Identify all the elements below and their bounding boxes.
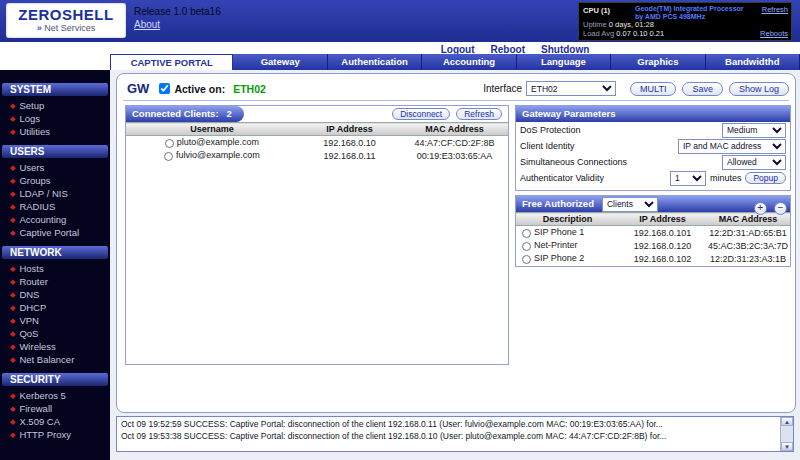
sidebar-item-hosts[interactable]: ◆Hosts xyxy=(0,262,110,275)
sidebar-item-label: Firewall xyxy=(19,403,52,414)
col-ip-address: IP Address xyxy=(619,213,706,226)
remove-entry-button[interactable]: − xyxy=(774,202,787,215)
main-content: GW Active on: ETH02 Interface ETH02 MULT… xyxy=(110,70,800,460)
sidebar-item-label: Logs xyxy=(19,113,40,124)
sidebar-item-logs[interactable]: ◆Logs xyxy=(0,112,110,125)
free-authorized-buttons: + − xyxy=(751,197,787,215)
authenticator-validity-select[interactable]: 1 xyxy=(670,171,706,186)
gateway-toolbar: GW Active on: ETH02 Interface ETH02 MULT… xyxy=(123,77,789,101)
simultaneous-connections-row: Simultaneous Connections Allowed xyxy=(516,154,790,170)
sidebar-item-kerberos-5[interactable]: ◆Kerberos 5 xyxy=(0,389,110,402)
sidebar-item-radius[interactable]: ◆RADIUS xyxy=(0,200,110,213)
sidebar-section-security: SECURITY xyxy=(2,373,108,386)
connected-client-row[interactable]: fulvio@example.com 192.168.0.11 00:19:E3… xyxy=(126,149,508,162)
tab-captive-portal[interactable]: CAPTIVE PORTAL xyxy=(110,54,233,70)
sidebar-item-firewall[interactable]: ◆Firewall xyxy=(0,402,110,415)
sidebar-item-label: Router xyxy=(19,276,48,287)
sidebar-item-groups[interactable]: ◆Groups xyxy=(0,174,110,187)
tab-authentication[interactable]: Authentication xyxy=(328,54,422,70)
diamond-bullet-icon: ◆ xyxy=(10,291,15,299)
sidebar-item-dhcp[interactable]: ◆DHCP xyxy=(0,301,110,314)
client-identity-select[interactable]: IP and MAC address xyxy=(678,139,786,154)
sidebar-item-qos[interactable]: ◆QoS xyxy=(0,327,110,340)
free-authorized-title-bar: Free Authorized Clients xyxy=(516,196,790,212)
free-authorized-type-select[interactable]: Clients xyxy=(602,197,658,212)
entry-mac: 12:2D:31:AD:65:B1 xyxy=(706,226,790,240)
add-entry-button[interactable]: + xyxy=(754,202,767,215)
sidebar-item-users[interactable]: ◆Users xyxy=(0,161,110,174)
sidebar-item-setup[interactable]: ◆Setup xyxy=(0,99,110,112)
sidebar-item-accounting[interactable]: ◆Accounting xyxy=(0,213,110,226)
sidebar-item-label: VPN xyxy=(19,315,39,326)
client-mac: 00:19:E3:03:65:AA xyxy=(401,149,508,162)
diamond-bullet-icon: ◆ xyxy=(10,128,15,136)
free-authorized-row[interactable]: SIP Phone 2 192.168.0.102 12:2D:31:23:A3… xyxy=(516,252,790,265)
tab-gateway[interactable]: Gateway xyxy=(233,54,327,70)
uptime-row: Uptime 0 days, 01:28 xyxy=(583,20,654,29)
free-authorized-table: Description IP Address MAC Address SIP P… xyxy=(516,212,790,265)
log-output-box: Oct 09 19:52:59 SUCCESS: Captive Portal:… xyxy=(116,416,794,452)
sidebar-item-wireless[interactable]: ◆Wireless xyxy=(0,340,110,353)
client-identity-row: Client Identity IP and MAC address xyxy=(516,138,790,154)
client-select-radio[interactable] xyxy=(164,152,173,161)
logo-title: ZEROSHELL xyxy=(6,6,126,23)
active-interface-name: ETH02 xyxy=(233,83,266,95)
simultaneous-connections-label: Simultaneous Connections xyxy=(520,157,722,167)
client-select-radio[interactable] xyxy=(165,139,174,148)
sidebar-nav: SYSTEM ◆Setup ◆Logs ◆Utilities USERS ◆Us… xyxy=(0,70,110,460)
tab-accounting[interactable]: Accounting xyxy=(422,54,516,70)
sidebar-item-utilities[interactable]: ◆Utilities xyxy=(0,125,110,138)
entry-description: SIP Phone 2 xyxy=(534,253,584,263)
sidebar-item-vpn[interactable]: ◆VPN xyxy=(0,314,110,327)
dos-protection-select[interactable]: Medium xyxy=(722,123,786,138)
entry-mac: 12:2D:31:23:A3:1B xyxy=(706,252,790,265)
dos-protection-row: DoS Protection Medium xyxy=(516,122,790,138)
top-header-bar: ZEROSHELL » Net Services Release 1.0 bet… xyxy=(0,0,800,42)
refresh-button[interactable]: Refresh xyxy=(456,108,502,120)
dos-protection-label: DoS Protection xyxy=(520,125,722,135)
scroll-up-icon[interactable]: ▲ xyxy=(781,417,793,426)
sidebar-item-ldap-nis[interactable]: ◆LDAP / NIS xyxy=(0,187,110,200)
disconnect-button[interactable]: Disconnect xyxy=(392,108,450,120)
authenticator-validity-label: Authenticator Validity xyxy=(520,173,670,183)
save-button[interactable]: Save xyxy=(682,82,723,96)
sidebar-item-label: RADIUS xyxy=(19,201,55,212)
sidebar-item-dns[interactable]: ◆DNS xyxy=(0,288,110,301)
reboots-link[interactable]: Reboots xyxy=(760,29,788,38)
entry-select-radio[interactable] xyxy=(522,255,531,264)
tab-graphics[interactable]: Graphics xyxy=(611,54,705,70)
entry-select-radio[interactable] xyxy=(522,229,531,238)
status-refresh-link[interactable]: Refresh xyxy=(762,5,788,14)
connected-client-row[interactable]: pluto@example.com 192.168.0.10 44:A7:CF:… xyxy=(126,136,508,150)
show-log-button[interactable]: Show Log xyxy=(729,82,789,96)
scroll-down-icon[interactable]: ▼ xyxy=(781,442,793,451)
active-on-checkbox[interactable] xyxy=(159,83,170,94)
simultaneous-connections-select[interactable]: Allowed xyxy=(722,155,786,170)
popup-button[interactable]: Popup xyxy=(745,172,786,184)
sidebar-item-http-proxy[interactable]: ◆HTTP Proxy xyxy=(0,428,110,441)
logo-subtitle: » Net Services xyxy=(6,23,126,33)
sidebar-item-captive-portal[interactable]: ◆Captive Portal xyxy=(0,226,110,239)
diamond-bullet-icon: ◆ xyxy=(10,330,15,338)
release-label: Release 1.0 beta16 xyxy=(134,6,221,17)
sidebar-section-users: USERS xyxy=(2,145,108,158)
diamond-bullet-icon: ◆ xyxy=(10,304,15,312)
sidebar-item-x509-ca[interactable]: ◆X.509 CA xyxy=(0,415,110,428)
free-authorized-row[interactable]: Net-Printer 192.168.0.120 45:AC:3B:2C:3A… xyxy=(516,239,790,252)
tab-bandwidthd[interactable]: Bandwidthd xyxy=(706,54,800,70)
sidebar-item-router[interactable]: ◆Router xyxy=(0,275,110,288)
log-scrollbar[interactable]: ▲ ▼ xyxy=(780,417,793,451)
diamond-bullet-icon: ◆ xyxy=(10,356,15,364)
multi-button[interactable]: MULTI xyxy=(630,82,676,96)
entry-select-radio[interactable] xyxy=(522,242,531,251)
chevrons-icon: » xyxy=(37,23,42,33)
uptime-value: 0 days, 01:28 xyxy=(609,20,654,29)
tab-language[interactable]: Language xyxy=(517,54,611,70)
free-authorized-row[interactable]: SIP Phone 1 192.168.0.101 12:2D:31:AD:65… xyxy=(516,226,790,240)
gateway-parameters-panel: Gateway Parameters DoS Protection Medium… xyxy=(515,105,791,191)
about-link[interactable]: About xyxy=(134,19,160,30)
entry-ip: 192.168.0.102 xyxy=(619,252,706,265)
interface-select[interactable]: ETH02 xyxy=(526,81,616,96)
client-ip: 192.168.0.11 xyxy=(298,149,401,162)
sidebar-item-net-balancer[interactable]: ◆Net Balancer xyxy=(0,353,110,366)
